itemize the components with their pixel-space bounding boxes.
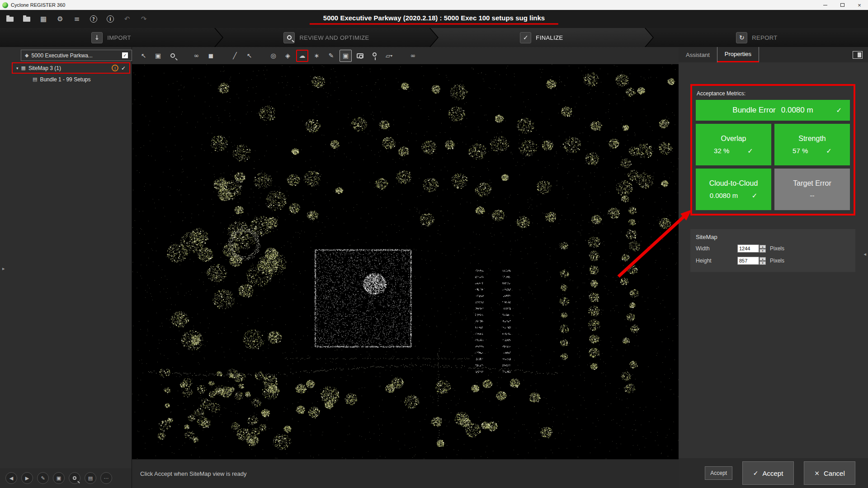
- tab-assistant[interactable]: Assistant: [679, 47, 717, 62]
- select-tool-icon[interactable]: ↖: [137, 50, 150, 62]
- duplicate-button[interactable]: ▣: [53, 472, 65, 484]
- strength-value: 57 %: [793, 147, 808, 155]
- height-unit: Pixels: [770, 258, 784, 264]
- minimize-icon: [823, 5, 827, 5]
- sitemap-check-icon[interactable]: ✓: [121, 65, 126, 71]
- project-tree: ◆ 5000 Executive Parkwa... ✓ ▾ ▦ SiteMap…: [0, 47, 132, 468]
- magnifier-icon: [73, 476, 76, 480]
- undo-button[interactable]: ↶: [123, 14, 132, 23]
- width-input[interactable]: [737, 244, 759, 253]
- viewport-toolbar: ↖ ▣ ∞ ◼ ╱ ↖ ◎ ◈ ☁ ∗ ✎ ▣ ▱ ▾: [132, 47, 679, 64]
- pick-tool-icon[interactable]: ↖: [243, 50, 255, 62]
- zoom-button[interactable]: [69, 472, 80, 484]
- app-logo-icon: [2, 2, 8, 8]
- camera-tool-icon[interactable]: [354, 50, 366, 62]
- tree-item-project[interactable]: ◆ 5000 Executive Parkwa... ✓: [21, 50, 132, 61]
- panel-footer: Accept ✓ Accept × Cancel: [679, 458, 868, 488]
- sitemap-icon: ▦: [21, 65, 26, 71]
- open-project-button[interactable]: [5, 14, 14, 23]
- acceptance-metrics: Bundle Error 0.0080 m ✓ Overlap 32 % ✓: [696, 100, 850, 210]
- height-spin-up-icon[interactable]: ▴: [760, 257, 766, 261]
- sitemap-view-icon[interactable]: ▣: [340, 50, 352, 62]
- tab-import[interactable]: ↓ IMPORT: [0, 28, 222, 47]
- sitemap-width-row: Width ▴ ▾ Pixels: [696, 244, 850, 253]
- info-button[interactable]: i: [106, 14, 115, 23]
- check-icon: ✓: [747, 147, 753, 155]
- tab-review-and-optimize[interactable]: REVIEW AND OPTIMIZE: [215, 28, 438, 47]
- maximize-button[interactable]: [834, 0, 851, 10]
- tag-tool-icon[interactable]: ◈: [282, 50, 294, 62]
- project-checkbox[interactable]: ✓: [122, 52, 128, 58]
- more-button[interactable]: ⋯: [100, 472, 112, 484]
- pin-tool-icon[interactable]: [368, 50, 381, 62]
- duplicate-view-icon[interactable]: ▣: [152, 50, 164, 62]
- cloud-to-cloud-tile: Cloud-to-Cloud 0.0080 m ✓: [696, 169, 771, 210]
- application-window: Cyclone REGISTER 360 × ▦ ⚙ ≡ ? i ↶ ↷ 500…: [0, 0, 868, 488]
- pointcloud-canvas[interactable]: [132, 64, 679, 459]
- tree-item-sitemap[interactable]: ▾ ▦ SiteMap 3 (1) ! ✓: [12, 62, 130, 74]
- cancel-button[interactable]: × Cancel: [804, 461, 855, 485]
- help-icon: ?: [90, 15, 97, 23]
- view-nav-bar: ◀ ▶ ✎ ▣ ▤ ⋯: [0, 468, 132, 488]
- width-label: Width: [696, 245, 737, 252]
- report-icon: ↻: [736, 32, 747, 43]
- check-icon: ✓: [836, 106, 842, 114]
- height-spin-down-icon[interactable]: ▾: [760, 261, 766, 265]
- zoom-region-icon[interactable]: [166, 50, 179, 62]
- tab-properties[interactable]: Properties: [717, 47, 759, 62]
- height-label: Height: [696, 258, 737, 264]
- redo-button[interactable]: ↷: [139, 14, 148, 23]
- properties-panel: Assistant Properties Acceptance Metrics:…: [679, 47, 868, 488]
- chevron-down-icon: ▾: [391, 54, 392, 58]
- link-visibility-icon[interactable]: ∞: [190, 50, 203, 62]
- open-folder-icon: [6, 17, 14, 22]
- sidebar-collapse-handle[interactable]: ▸: [2, 266, 5, 272]
- next-view-button[interactable]: ▶: [21, 472, 33, 484]
- minimize-button[interactable]: [816, 0, 834, 10]
- close-button[interactable]: ×: [851, 0, 868, 10]
- cloud-tool-icon[interactable]: ☁: [296, 50, 308, 62]
- accept-button[interactable]: ✓ Accept: [742, 461, 794, 485]
- link-seed-icon[interactable]: ∞: [407, 50, 419, 62]
- close-icon: ×: [814, 469, 820, 477]
- bundle-error-value: 0.0080 m: [781, 106, 813, 115]
- pointcloud-view[interactable]: [132, 64, 679, 459]
- tree-item-bundle[interactable]: ▤ Bundle 1 - 99 Setups: [0, 74, 132, 85]
- fill-view-icon[interactable]: ◼: [205, 50, 217, 62]
- prev-view-button[interactable]: ◀: [5, 472, 17, 484]
- overlap-value: 32 %: [714, 147, 729, 155]
- save-project-button[interactable]: [22, 14, 31, 23]
- draw-tool-icon[interactable]: ✎: [325, 50, 337, 62]
- pane-layout-icon[interactable]: [853, 51, 863, 59]
- tab-report[interactable]: ↻ REPORT: [646, 28, 868, 47]
- help-button[interactable]: ?: [89, 14, 98, 23]
- check-icon: ✓: [753, 469, 759, 477]
- target-tool-icon[interactable]: ◎: [267, 50, 279, 62]
- viewport-statusbar: Click Accept when SiteMap view is ready: [132, 459, 679, 488]
- import-icon: ↓: [91, 32, 103, 43]
- image-button[interactable]: ▤: [85, 472, 96, 484]
- tab-finalize[interactable]: ✓ FINALIZE: [430, 28, 653, 47]
- layers-tool-icon[interactable]: ▱ ▾: [383, 50, 395, 62]
- target-error-value: --: [810, 192, 815, 199]
- accept-small-button[interactable]: Accept: [705, 466, 732, 480]
- star-tool-icon[interactable]: ∗: [311, 50, 323, 62]
- project-icon: ◆: [25, 52, 28, 58]
- settings-button[interactable]: ⚙: [56, 14, 65, 23]
- project-tree-panel: ◆ 5000 Executive Parkwa... ✓ ▾ ▦ SiteMap…: [0, 47, 132, 488]
- project-title: 5000 Executive Parkway (2020.2.18) : 500…: [310, 14, 558, 25]
- panel-collapse-handle[interactable]: ◂: [863, 251, 866, 257]
- width-unit: Pixels: [770, 245, 784, 252]
- width-spin-down-icon[interactable]: ▾: [760, 249, 766, 253]
- edit-tool-button[interactable]: ✎: [37, 472, 49, 484]
- height-input[interactable]: [737, 257, 759, 265]
- bundle-icon: ▤: [33, 76, 37, 82]
- width-spin-up-icon[interactable]: ▴: [760, 245, 766, 249]
- cloud-to-cloud-label: Cloud-to-Cloud: [709, 179, 758, 188]
- storage-button[interactable]: ▦: [39, 14, 48, 23]
- target-error-tile: Target Error --: [774, 169, 850, 210]
- expand-caret-icon[interactable]: ▾: [16, 66, 19, 70]
- measure-tool-icon[interactable]: ╱: [229, 50, 241, 62]
- report-list-button[interactable]: ≡: [72, 14, 81, 23]
- window-title: Cyclone REGISTER 360: [11, 2, 65, 8]
